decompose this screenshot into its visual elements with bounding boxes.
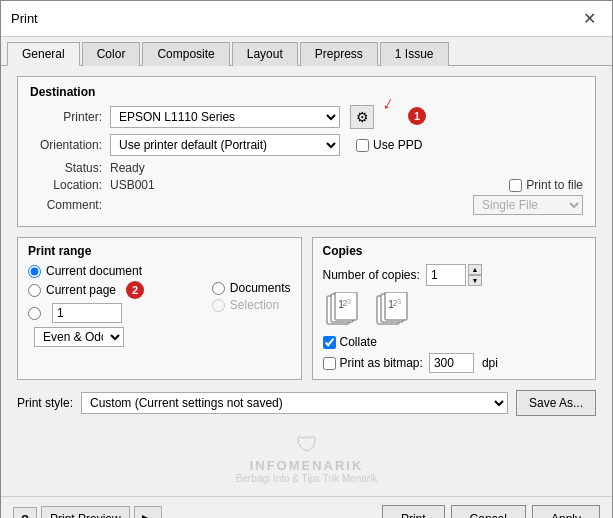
- orientation-label: Orientation:: [30, 138, 110, 152]
- footer-right: Print Cancel Apply: [382, 505, 600, 518]
- print-style-label: Print style:: [17, 396, 73, 410]
- tab-general[interactable]: General: [7, 42, 80, 66]
- watermark-logo: 🛡: [17, 432, 596, 458]
- collate-check-row: Collate: [323, 335, 586, 349]
- destination-section: Destination Printer: EPSON L1110 Series …: [17, 76, 596, 227]
- even-odd-select[interactable]: Even & Odd: [34, 327, 124, 347]
- comment-row: Comment: Single File: [30, 195, 583, 215]
- print-style-select[interactable]: Custom (Current settings not saved): [81, 392, 508, 414]
- location-label: Location:: [30, 178, 110, 192]
- two-col-section: Print range Current document Current pag…: [17, 237, 596, 380]
- printer-row: Printer: EPSON L1110 Series 1 ↓ ⚙: [30, 105, 583, 129]
- help-button[interactable]: ?: [13, 507, 37, 518]
- pages-row: [28, 303, 144, 323]
- print-range-legend: Print range: [28, 244, 291, 258]
- current-page-radio[interactable]: [28, 284, 41, 297]
- apply-button[interactable]: Apply: [532, 505, 600, 518]
- tab-composite[interactable]: Composite: [142, 42, 229, 66]
- play-button[interactable]: ▶: [134, 506, 162, 518]
- printer-control: EPSON L1110 Series 1 ↓ ⚙: [110, 105, 583, 129]
- orientation-select[interactable]: Use printer default (Portrait): [110, 134, 340, 156]
- dialog-title: Print: [11, 11, 38, 26]
- footer: ? Print Preview ▶ Print Cancel Apply: [1, 496, 612, 518]
- print-button[interactable]: Print: [382, 505, 445, 518]
- copies-up-button[interactable]: ▲: [468, 264, 482, 275]
- print-range-section: Print range Current document Current pag…: [17, 237, 302, 380]
- collate-icon-1: 1 2 3: [323, 292, 361, 329]
- tab-1issue[interactable]: 1 Issue: [380, 42, 449, 66]
- tabs-bar: General Color Composite Layout Prepress …: [1, 37, 612, 66]
- save-as-button[interactable]: Save As...: [516, 390, 596, 416]
- comment-label: Comment:: [30, 198, 110, 212]
- collate-icon-2: 1 2 3: [373, 292, 411, 329]
- status-label: Status:: [30, 161, 110, 175]
- print-style-row: Print style: Custom (Current settings no…: [17, 390, 596, 416]
- current-document-radio[interactable]: [28, 265, 41, 278]
- dialog-content: Destination Printer: EPSON L1110 Series …: [1, 66, 612, 496]
- location-row: Location: USB001 Print to file: [30, 178, 583, 192]
- orientation-row: Orientation: Use printer default (Portra…: [30, 134, 583, 156]
- location-value: USB001: [110, 178, 155, 192]
- close-button[interactable]: ✕: [577, 7, 602, 30]
- copies-input[interactable]: [426, 264, 466, 286]
- print-dialog: Print ✕ General Color Composite Layout P…: [0, 0, 613, 518]
- documents-radio[interactable]: [212, 282, 225, 295]
- destination-legend: Destination: [30, 85, 583, 99]
- title-bar: Print ✕: [1, 1, 612, 37]
- use-ppd-check: Use PPD: [356, 138, 422, 152]
- annotation-badge-1: 1: [408, 107, 426, 125]
- print-bitmap-checkbox[interactable]: [323, 357, 336, 370]
- annotation-badge-2: 2: [126, 281, 144, 299]
- collate-checkbox[interactable]: [323, 336, 336, 349]
- current-page-row: Current page 2: [28, 281, 144, 299]
- print-to-file-checkbox[interactable]: [509, 179, 522, 192]
- current-document-row: Current document: [28, 264, 291, 278]
- svg-text:3: 3: [396, 297, 401, 306]
- selection-row: Selection: [212, 298, 291, 312]
- copies-spinner: ▲ ▼: [468, 264, 482, 286]
- printer-label: Printer:: [30, 110, 110, 124]
- printer-settings-button[interactable]: ⚙: [350, 105, 374, 129]
- bitmap-row: Print as bitmap: dpi: [323, 353, 586, 373]
- tab-color[interactable]: Color: [82, 42, 141, 66]
- page-stack-svg-1: 1 2 3: [323, 292, 361, 326]
- status-row: Status: Ready: [30, 161, 583, 175]
- watermark-main: INFOMENARIK: [17, 458, 596, 473]
- use-ppd-checkbox[interactable]: [356, 139, 369, 152]
- copies-down-button[interactable]: ▼: [468, 275, 482, 286]
- page-stack-svg-2: 1 2 3: [373, 292, 411, 326]
- printer-select[interactable]: EPSON L1110 Series: [110, 106, 340, 128]
- orientation-control: Use printer default (Portrait) Use PPD: [110, 134, 583, 156]
- copies-legend: Copies: [323, 244, 586, 258]
- single-file-select[interactable]: Single File: [473, 195, 583, 215]
- watermark-sub: Berbagi Info & Tips Trik Menarik: [17, 473, 596, 484]
- selection-radio: [212, 299, 225, 312]
- copies-number-row: Number of copies: ▲ ▼: [323, 264, 586, 286]
- footer-left: ? Print Preview ▶: [13, 506, 162, 518]
- print-preview-button[interactable]: Print Preview: [41, 506, 130, 518]
- copies-section: Copies Number of copies: ▲ ▼: [312, 237, 597, 380]
- pages-input[interactable]: [52, 303, 122, 323]
- svg-text:3: 3: [346, 297, 351, 306]
- tab-prepress[interactable]: Prepress: [300, 42, 378, 66]
- pages-radio[interactable]: [28, 307, 41, 320]
- dpi-input[interactable]: [429, 353, 474, 373]
- status-value: Ready: [110, 161, 145, 175]
- documents-row: Documents: [212, 281, 291, 295]
- collate-icons-area: 1 2 3 1 2 3: [323, 292, 586, 329]
- tab-layout[interactable]: Layout: [232, 42, 298, 66]
- cancel-button[interactable]: Cancel: [451, 505, 526, 518]
- print-to-file-check: Print to file: [509, 178, 583, 192]
- watermark-area: 🛡 INFOMENARIK Berbagi Info & Tips Trik M…: [17, 426, 596, 486]
- dpi-unit: dpi: [482, 356, 498, 370]
